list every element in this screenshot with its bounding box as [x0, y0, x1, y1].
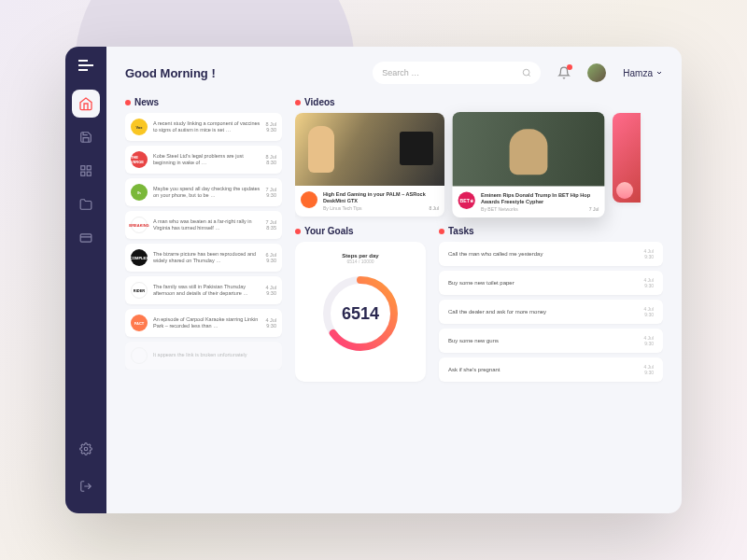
news-source-logo: COMPLEX [131, 249, 148, 266]
news-date: 4 Jul9:30 [265, 285, 276, 296]
sidebar [65, 47, 106, 513]
video-card-peek[interactable] [613, 113, 641, 203]
user-avatar[interactable] [587, 63, 606, 82]
nav-save[interactable] [72, 123, 100, 151]
task-card[interactable]: Buy some new guns4 Jul9:30 [439, 329, 663, 353]
svg-rect-4 [80, 234, 92, 242]
topbar: Good Morning ! Search … Hamza [125, 62, 663, 84]
news-date: 8 Jul8:30 [265, 154, 276, 165]
notification-badge [567, 64, 572, 70]
task-card[interactable]: Call the man who called me yesterday4 Ju… [439, 242, 663, 266]
videos-row: High End Gaming in your PALM – ASRock De… [295, 113, 663, 217]
video-thumbnail [295, 113, 444, 186]
notifications-icon[interactable] [557, 66, 571, 79]
news-source-logo [131, 347, 148, 364]
video-card[interactable]: BET★ Eminem Rips Donald Trump In BET Hip… [452, 112, 604, 217]
news-date: 7 Jul9:30 [265, 187, 276, 198]
video-title: High End Gaming in your PALM – ASRock De… [323, 191, 439, 203]
task-text: Call the man who called me yesterday [448, 251, 543, 257]
goals-section-title: Your Goals [295, 226, 426, 236]
goal-ring: 6514 [318, 272, 402, 356]
video-card[interactable]: High End Gaming in your PALM – ASRock De… [295, 113, 444, 217]
task-due: 4 Jul9:30 [643, 335, 654, 346]
nav-logout[interactable] [72, 472, 100, 500]
task-due: 4 Jul9:30 [643, 364, 654, 375]
nav-home[interactable] [72, 90, 100, 118]
news-section-title: News [125, 97, 282, 107]
username-dropdown[interactable]: Hamza [623, 68, 663, 78]
news-card[interactable]: It appears the link is broken unfortunat… [125, 342, 282, 370]
videos-section-title: Videos [295, 97, 663, 107]
goal-progress-text: 6514 / 10000 [346, 259, 374, 264]
main-content: Good Morning ! Search … Hamza News Vox A… [106, 47, 682, 513]
task-list: Call the man who called me yesterday4 Ju… [439, 242, 663, 382]
news-source-logo: RIDER [131, 282, 148, 299]
news-card[interactable]: lh Maybe you spend all day checking the … [125, 178, 282, 206]
news-headline: Maybe you spend all day checking the upd… [153, 186, 260, 199]
video-thumbnail [452, 112, 604, 187]
task-text: Call the dealer and ask for more money [448, 309, 546, 315]
news-date: 6 Jul9:30 [265, 252, 276, 263]
svg-rect-2 [81, 172, 85, 175]
video-date: 7 Jul [589, 206, 599, 212]
news-card[interactable]: BREAKING A man who was beaten at a far-r… [125, 211, 282, 239]
svg-rect-1 [87, 166, 91, 170]
task-card[interactable]: Ask if she's pregnant4 Jul9:30 [439, 357, 663, 382]
news-source-logo: Vox [131, 119, 148, 135]
task-text: Buy some new toilet paper [448, 280, 514, 286]
news-date: 7 Jul8:35 [265, 219, 276, 231]
app-window: Good Morning ! Search … Hamza News Vox A… [65, 47, 682, 513]
news-source-logo: BREAKING [131, 217, 148, 233]
video-author: By BET Networks [481, 206, 518, 212]
video-channel-logo [301, 191, 317, 208]
task-text: Ask if she's pregnant [448, 367, 500, 372]
news-headline: A man who was beaten at a far-right rall… [153, 218, 260, 231]
nav-settings[interactable] [72, 435, 100, 463]
task-due: 4 Jul9:30 [643, 248, 654, 259]
task-card[interactable]: Call the dealer and ask for more money4 … [439, 300, 663, 324]
news-list: Vox A recent study linking a component o… [125, 113, 282, 370]
svg-point-5 [84, 447, 88, 451]
video-date: 8 Jul [429, 205, 439, 211]
news-headline: An episode of Carpool Karaoke starring L… [153, 316, 260, 329]
video-title: Eminem Rips Donald Trump In BET Hip Hop … [481, 192, 599, 204]
news-headline: The family was still in Pakistan Thursda… [153, 284, 260, 297]
news-source-logo: THE VERGE [131, 151, 148, 168]
search-placeholder: Search … [382, 68, 419, 77]
news-headline: Kobe Steel Ltd's legal problems are just… [153, 153, 260, 166]
news-card[interactable]: RIDER The family was still in Pakistan T… [125, 276, 282, 304]
news-card[interactable]: THE VERGE Kobe Steel Ltd's legal problem… [125, 146, 282, 174]
nav-apps[interactable] [72, 157, 100, 185]
svg-rect-0 [81, 166, 85, 170]
video-author: By Linus Tech Tips [323, 205, 362, 211]
news-headline: A recent study linking a component of va… [153, 120, 260, 133]
goal-card[interactable]: Steps per day 6514 / 10000 6514 [295, 242, 426, 382]
task-card[interactable]: Buy some new toilet paper4 Jul9:30 [439, 271, 663, 295]
menu-toggle-icon[interactable] [78, 60, 93, 71]
svg-point-6 [524, 69, 530, 76]
news-headline: The bizarre picture has been reproduced … [153, 251, 260, 264]
video-channel-logo: BET★ [458, 192, 475, 209]
news-card[interactable]: COMPLEX The bizarre picture has been rep… [125, 244, 282, 272]
tasks-section-title: Tasks [439, 226, 663, 236]
chevron-down-icon [655, 69, 663, 77]
search-icon [522, 68, 531, 77]
task-text: Buy some new guns [448, 338, 499, 343]
nav-folder[interactable] [72, 190, 100, 218]
task-due: 4 Jul9:30 [643, 277, 654, 288]
search-input[interactable]: Search … [373, 62, 541, 84]
news-date: 8 Jul9:30 [265, 121, 276, 133]
news-source-logo: FACT [131, 315, 148, 331]
news-source-logo: lh [131, 184, 148, 201]
news-date: 4 Jul9:30 [265, 317, 276, 329]
svg-rect-3 [87, 172, 91, 175]
task-due: 4 Jul9:30 [643, 306, 654, 317]
greeting-text: Good Morning ! [125, 66, 216, 80]
news-card[interactable]: Vox A recent study linking a component o… [125, 113, 282, 141]
video-channel-logo [616, 182, 633, 199]
news-card[interactable]: FACT An episode of Carpool Karaoke starr… [125, 309, 282, 337]
goal-value: 6514 [342, 304, 379, 324]
nav-card[interactable] [72, 224, 100, 252]
news-headline: It appears the link is broken unfortunat… [153, 352, 271, 358]
